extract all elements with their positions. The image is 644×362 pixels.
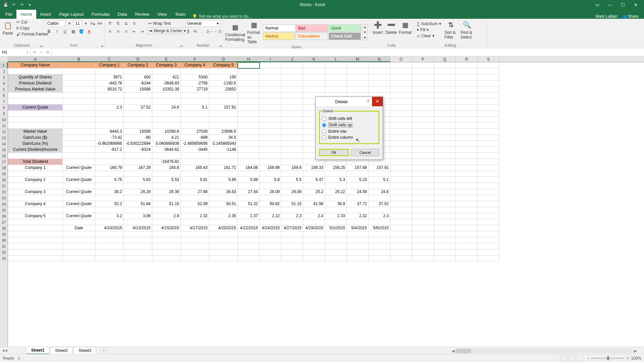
- cell[interactable]: [325, 86, 347, 93]
- cell[interactable]: 10352.39: [152, 86, 181, 93]
- dialog-launcher-icon[interactable]: ◢: [180, 44, 182, 47]
- cell[interactable]: [281, 62, 303, 68]
- cell[interactable]: [390, 68, 412, 74]
- cell[interactable]: [456, 201, 478, 207]
- cell[interactable]: [8, 219, 63, 225]
- clear-button[interactable]: ◇Clear ▾: [416, 33, 442, 39]
- cell[interactable]: [369, 86, 390, 93]
- minimize-icon[interactable]: —: [605, 2, 615, 7]
- save-icon[interactable]: 💾: [2, 1, 9, 8]
- cell[interactable]: [434, 147, 456, 153]
- cell[interactable]: [8, 117, 63, 123]
- cell[interactable]: [281, 86, 303, 93]
- cell[interactable]: 164.06: [238, 165, 260, 171]
- cell[interactable]: [347, 86, 369, 93]
- cell[interactable]: 24.6: [152, 105, 181, 111]
- cell[interactable]: [434, 129, 456, 135]
- cell[interactable]: [456, 183, 478, 189]
- cell[interactable]: [281, 111, 303, 117]
- cell[interactable]: 38.9: [325, 201, 347, 207]
- cell[interactable]: [95, 219, 124, 225]
- cell[interactable]: [8, 249, 63, 255]
- cell[interactable]: Market Value: [8, 129, 63, 135]
- cell[interactable]: 5/6/2015: [369, 225, 390, 231]
- cell[interactable]: Date: [63, 225, 95, 231]
- increase-indent-icon[interactable]: ⇥: [139, 28, 146, 35]
- cell[interactable]: [124, 99, 152, 105]
- fill-button[interactable]: ▾Fill ▾: [416, 27, 442, 33]
- cell[interactable]: [181, 123, 209, 129]
- cell[interactable]: [347, 219, 369, 225]
- sheet-tab-2[interactable]: Sheet2: [50, 347, 73, 354]
- cell[interactable]: [63, 237, 95, 243]
- cell[interactable]: 15008: [124, 129, 152, 135]
- cell[interactable]: [390, 207, 412, 213]
- cell[interactable]: 51.15: [152, 201, 181, 207]
- row-header[interactable]: 15: [0, 147, 8, 153]
- cell[interactable]: [238, 243, 260, 249]
- cell[interactable]: Current Quote: [63, 165, 95, 171]
- cell[interactable]: [281, 80, 303, 86]
- cell[interactable]: [209, 255, 238, 261]
- cell[interactable]: [390, 165, 412, 171]
- row-headers[interactable]: 1234567891011121314151617181920212223242…: [0, 62, 8, 354]
- cell[interactable]: 2.35: [209, 213, 238, 219]
- cell[interactable]: [260, 117, 281, 123]
- cell[interactable]: [456, 74, 478, 80]
- cell[interactable]: [95, 249, 124, 255]
- row-header[interactable]: 29: [0, 231, 8, 237]
- cell[interactable]: [209, 171, 238, 177]
- cell[interactable]: [124, 255, 152, 261]
- cell[interactable]: [390, 195, 412, 201]
- cell[interactable]: [369, 80, 390, 86]
- cell[interactable]: [209, 195, 238, 201]
- cell[interactable]: [412, 135, 434, 141]
- cell[interactable]: [390, 129, 412, 135]
- cell[interactable]: [434, 123, 456, 129]
- cell[interactable]: [434, 111, 456, 117]
- cell[interactable]: [412, 177, 434, 183]
- cell[interactable]: [209, 243, 238, 249]
- cell[interactable]: [181, 68, 209, 74]
- cell[interactable]: [281, 255, 303, 261]
- cell[interactable]: [281, 129, 303, 135]
- cell[interactable]: [478, 153, 499, 159]
- view-page-break-icon[interactable]: [576, 356, 583, 361]
- style-neutral[interactable]: Neutral: [263, 33, 295, 40]
- cell[interactable]: [478, 183, 499, 189]
- cell[interactable]: [63, 195, 95, 201]
- cell[interactable]: [152, 219, 181, 225]
- row-header[interactable]: 16: [0, 153, 8, 159]
- column-header[interactable]: M: [347, 56, 369, 62]
- cell[interactable]: [390, 201, 412, 207]
- cell[interactable]: [63, 99, 95, 105]
- cell[interactable]: -0.530222694: [124, 141, 152, 147]
- cell[interactable]: [238, 147, 260, 153]
- cell[interactable]: [456, 153, 478, 159]
- cell[interactable]: [325, 183, 347, 189]
- name-box[interactable]: H1▾: [0, 48, 31, 56]
- cell[interactable]: [260, 183, 281, 189]
- cell[interactable]: 23652: [209, 86, 238, 93]
- row-header[interactable]: 10: [0, 117, 8, 123]
- cell[interactable]: [124, 237, 152, 243]
- cell[interactable]: [238, 99, 260, 105]
- cell[interactable]: [209, 93, 238, 99]
- cell[interactable]: 161.71: [209, 165, 238, 171]
- cell[interactable]: [260, 93, 281, 99]
- bold-button[interactable]: B: [46, 28, 52, 35]
- cell[interactable]: 27.68: [181, 189, 209, 195]
- cell[interactable]: 157.91: [209, 105, 238, 111]
- cell[interactable]: [369, 231, 390, 237]
- cell[interactable]: [478, 74, 499, 80]
- cell[interactable]: [181, 219, 209, 225]
- insert-cells-button[interactable]: ➕Insert: [372, 19, 383, 36]
- cell[interactable]: -2.485659656: [181, 141, 209, 147]
- row-header[interactable]: 30: [0, 237, 8, 243]
- cell[interactable]: [325, 207, 347, 213]
- styles-down-icon[interactable]: ▾: [363, 30, 367, 35]
- cell[interactable]: 4/24/2015: [260, 225, 281, 231]
- cell[interactable]: [456, 207, 478, 213]
- cell[interactable]: [434, 86, 456, 93]
- cell[interactable]: [95, 195, 124, 201]
